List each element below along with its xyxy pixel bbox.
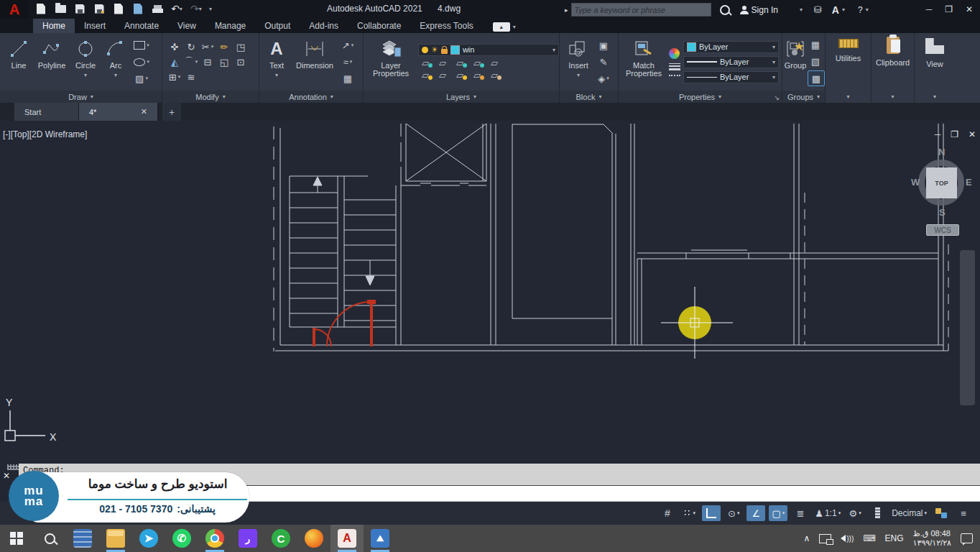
rectangle-tool-icon[interactable]: ▾ bbox=[134, 38, 149, 52]
sign-in-caret[interactable]: ▾ bbox=[800, 6, 803, 13]
viewcube-top-face[interactable]: TOP bbox=[926, 167, 957, 198]
pan-icon[interactable]: ✜ bbox=[963, 293, 971, 303]
hatch-tool-icon[interactable]: ▨▾ bbox=[134, 71, 149, 86]
taskbar-app-autocad[interactable]: A bbox=[330, 525, 364, 552]
edit-block-icon[interactable]: ✎ bbox=[596, 55, 611, 69]
arc-button[interactable]: Arc ▾ bbox=[102, 35, 129, 88]
help-icon[interactable]: ? bbox=[858, 5, 863, 15]
scale-icon[interactable]: ⊡ bbox=[233, 55, 249, 69]
erase-icon[interactable]: ✏ bbox=[216, 40, 232, 54]
save-icon[interactable] bbox=[73, 2, 86, 15]
units-control[interactable]: Decimal ▾ bbox=[890, 505, 928, 521]
taskbar-app-whatsapp[interactable]: ✆ bbox=[165, 525, 198, 552]
arc-caret[interactable]: ▾ bbox=[114, 72, 117, 78]
help-caret[interactable]: ▾ bbox=[866, 6, 869, 13]
line-button[interactable]: Line bbox=[4, 35, 33, 88]
multileader-icon[interactable]: ≈▾ bbox=[340, 55, 356, 69]
circle-caret[interactable]: ▾ bbox=[84, 72, 87, 78]
taskbar-app-rubika[interactable]: ر bbox=[231, 525, 264, 552]
grid-display-toggle[interactable]: # bbox=[657, 505, 676, 521]
autodesk-caret[interactable]: ▾ bbox=[842, 6, 845, 13]
taskbar-app-chrome[interactable] bbox=[198, 525, 231, 552]
create-block-icon[interactable]: ▣ bbox=[596, 38, 611, 52]
layer-off-icon[interactable]: ▱ bbox=[418, 70, 433, 80]
move-icon[interactable]: ✜ bbox=[167, 40, 182, 54]
ribbon-tab-collaborate[interactable]: Collaborate bbox=[348, 19, 410, 33]
taskbar-app-telegram[interactable]: ➤ bbox=[132, 525, 165, 552]
layer-properties-button[interactable]: Layer Properties bbox=[368, 35, 414, 88]
drawing-restore-button[interactable]: ❐ bbox=[951, 129, 958, 139]
circle-button[interactable]: Circle ▾ bbox=[70, 35, 101, 88]
search-input[interactable] bbox=[571, 3, 711, 17]
text-caret[interactable]: ▾ bbox=[275, 72, 278, 78]
group-edit-icon[interactable]: ▧ bbox=[808, 54, 823, 68]
volume-icon[interactable]: ))) bbox=[841, 535, 854, 543]
annotation-panel-label[interactable]: Annotation ▾ bbox=[259, 91, 363, 103]
viewcube-east[interactable]: E bbox=[966, 177, 972, 188]
utilities-panel-caret[interactable]: ▾ bbox=[826, 91, 871, 103]
taskbar-app-calculator[interactable] bbox=[66, 525, 99, 552]
group-selection-toggle-icon[interactable]: ▩ bbox=[808, 70, 825, 86]
app-store-cart-icon[interactable]: ⛁ bbox=[814, 4, 822, 15]
drawing-minimize-button[interactable]: ─ bbox=[935, 129, 941, 139]
taskbar-app-photos[interactable]: ⛰ bbox=[364, 525, 397, 552]
action-center-icon[interactable] bbox=[961, 533, 973, 543]
autodesk-account-icon[interactable]: A bbox=[832, 4, 839, 16]
layer-make-current-icon[interactable]: ▱ bbox=[487, 58, 501, 68]
layer-freeze-icon[interactable]: ▱ bbox=[453, 58, 467, 68]
orbit-icon[interactable]: ↻ bbox=[963, 352, 971, 362]
fillet-icon[interactable]: ⌒▾ bbox=[183, 55, 199, 69]
search-flyout-icon[interactable]: ▸ bbox=[565, 6, 568, 14]
object-snap-tracking-toggle[interactable]: ∠ bbox=[746, 505, 765, 521]
ribbon-tab-view[interactable]: View bbox=[168, 19, 205, 33]
lineweight-combo-caret[interactable]: ▾ bbox=[772, 59, 775, 65]
layer-unisolate-icon[interactable]: ▱ bbox=[435, 58, 450, 68]
viewcube-north[interactable]: N bbox=[938, 147, 945, 157]
tray-chevron-icon[interactable]: ∧ bbox=[803, 533, 810, 543]
object-color-icon[interactable] bbox=[669, 48, 680, 59]
viewport-controls-label[interactable]: [-][Top][2D Wireframe] bbox=[3, 129, 87, 139]
color-combo-caret[interactable]: ▾ bbox=[772, 44, 775, 50]
insert-caret[interactable]: ▾ bbox=[577, 72, 580, 78]
open-file-icon[interactable] bbox=[54, 2, 67, 15]
layer-match-icon[interactable]: ▱ bbox=[435, 70, 450, 80]
linetype-combo-caret[interactable]: ▾ bbox=[772, 74, 775, 80]
block-panel-label[interactable]: Block ▾ bbox=[560, 91, 618, 103]
groups-panel-label[interactable]: Groups ▾ bbox=[782, 91, 825, 103]
ribbon-tab-output[interactable]: Output bbox=[255, 19, 300, 33]
file-tab-drawing[interactable]: 4* ✕ bbox=[79, 103, 158, 121]
customize-qat-caret[interactable]: ▾ bbox=[209, 6, 212, 12]
mirror-icon[interactable]: ◭ bbox=[167, 55, 182, 69]
ribbon-tab-home[interactable]: Home bbox=[33, 19, 75, 33]
snap-mode-toggle[interactable]: ▾ bbox=[680, 505, 698, 521]
viewcube-south[interactable]: S bbox=[939, 207, 946, 218]
minimize-button[interactable]: ─ bbox=[926, 4, 933, 14]
save-as-icon[interactable] bbox=[93, 2, 106, 15]
redo-icon[interactable]: ↷▾ bbox=[190, 2, 203, 15]
wcs-button[interactable]: WCS bbox=[926, 224, 959, 236]
ellipse-tool-icon[interactable]: ▾ bbox=[134, 55, 149, 69]
draw-panel-label[interactable]: Draw ▾ bbox=[0, 91, 162, 103]
isolate-objects-icon[interactable] bbox=[932, 505, 951, 521]
drawing-close-button[interactable]: ✕ bbox=[969, 129, 976, 139]
linetype-combo[interactable]: ByLayer ▾ bbox=[683, 71, 779, 83]
insert-block-button[interactable]: Insert ▾ bbox=[563, 35, 594, 88]
modify-panel-label[interactable]: Modify ▾ bbox=[162, 91, 259, 103]
lineweight-display-toggle[interactable]: ≣ bbox=[791, 505, 810, 521]
viewcube-west[interactable]: W bbox=[911, 177, 920, 188]
properties-panel-label[interactable]: Properties ▾ ↘ bbox=[619, 91, 782, 103]
start-button[interactable] bbox=[0, 525, 33, 552]
open-from-web-mobile-icon[interactable] bbox=[131, 2, 144, 15]
language-indicator[interactable]: ENG bbox=[885, 533, 904, 543]
layer-unlock-all-icon[interactable]: ▱ bbox=[470, 70, 484, 80]
keyboard-icon[interactable]: ⌨ bbox=[863, 533, 875, 543]
array-icon[interactable]: ⊞▾ bbox=[167, 70, 182, 84]
full-navigation-wheel-icon[interactable]: ◎ bbox=[963, 264, 971, 274]
properties-dialog-launcher[interactable]: ↘ bbox=[774, 94, 780, 101]
close-button[interactable]: ✕ bbox=[966, 4, 973, 14]
copy-icon[interactable]: ◳ bbox=[233, 40, 249, 54]
annotation-scale-control[interactable]: ♟ 1:1 ▾ bbox=[813, 505, 842, 521]
sign-in-button[interactable]: Sign In bbox=[740, 5, 778, 15]
polyline-button[interactable]: Polyline bbox=[34, 35, 69, 88]
search-icon[interactable] bbox=[720, 5, 730, 15]
